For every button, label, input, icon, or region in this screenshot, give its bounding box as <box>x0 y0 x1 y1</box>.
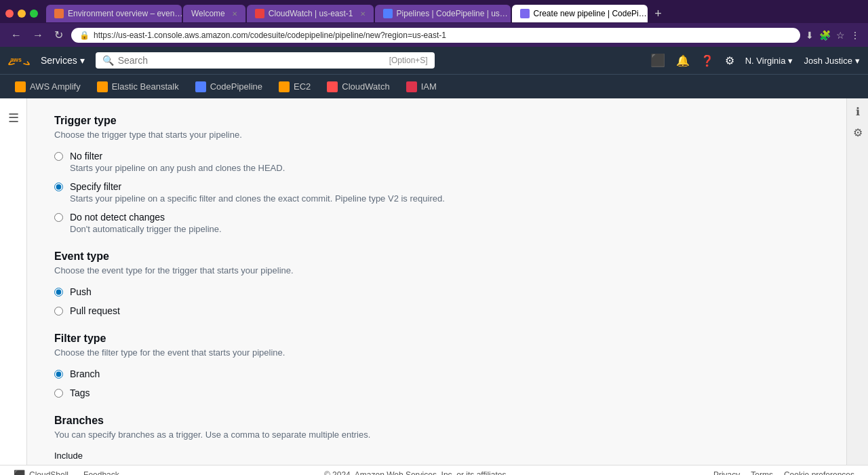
branch-radio[interactable] <box>54 370 63 379</box>
sidebar-item-elastic-beanstalk[interactable]: Elastic Beanstalk <box>90 77 186 96</box>
cookie-preferences-link[interactable]: Cookie preferences <box>784 470 854 476</box>
region-chevron-icon: ▾ <box>788 56 793 66</box>
tab-create-pipeline[interactable]: Create new pipeline | CodePi… ✕ <box>512 5 648 22</box>
forward-button[interactable]: → <box>30 28 46 43</box>
info-icon[interactable]: ℹ <box>856 105 860 118</box>
service-bar: AWS Amplify Elastic Beanstalk CodePipeli… <box>0 74 868 98</box>
branch-option: Branch <box>54 368 819 379</box>
tab-welcome[interactable]: Welcome ✕ <box>183 5 245 22</box>
new-tab-button[interactable]: + <box>649 4 668 23</box>
elastic-beanstalk-icon <box>97 81 108 92</box>
sidebar-toggle-button[interactable]: ☰ <box>3 105 24 131</box>
browser-chrome: Environment overview – even… ✕ Welcome ✕… <box>0 0 868 47</box>
tab-close-icon[interactable]: ✕ <box>360 10 366 18</box>
tab-pipelines[interactable]: Pipelines | CodePipeline | us… ✕ <box>375 5 511 22</box>
close-traffic-light[interactable] <box>5 10 14 18</box>
pull-request-label[interactable]: Pull request <box>70 305 120 316</box>
tab-label: CloudWatch | us-east-1 <box>269 9 353 18</box>
back-button[interactable]: ← <box>8 28 24 43</box>
tags-radio[interactable] <box>54 389 63 398</box>
sidebar-item-ec2[interactable]: EC2 <box>272 77 317 96</box>
push-option: Push <box>54 286 819 297</box>
sidebar-item-codepipeline[interactable]: CodePipeline <box>189 77 269 96</box>
push-radio[interactable] <box>54 288 63 297</box>
tab-label: Pipelines | CodePipeline | us… <box>397 9 508 18</box>
branches-section: Branches You can specify branches as a t… <box>54 415 819 465</box>
tags-option: Tags <box>54 387 819 398</box>
search-bar[interactable]: 🔍 [Option+S] <box>96 52 435 69</box>
search-hint: [Option+S] <box>389 56 428 65</box>
services-menu-button[interactable]: Services ▾ <box>41 55 85 66</box>
push-label[interactable]: Push <box>70 286 92 297</box>
aws-nav: aws Services ▾ 🔍 [Option+S] ⬛ 🔔 ❓ ⚙ N. V… <box>0 47 868 74</box>
svg-text:aws: aws <box>10 56 22 63</box>
pull-request-radio[interactable] <box>54 307 63 316</box>
footer-right: Privacy Terms Cookie preferences <box>713 470 854 476</box>
cloudshell-label[interactable]: CloudShell <box>29 470 68 476</box>
download-icon[interactable]: ⬇ <box>806 30 814 41</box>
url-bar[interactable]: 🔒 https://us-east-1.console.aws.amazon.c… <box>71 28 800 43</box>
feedback-label[interactable]: Feedback <box>83 470 119 476</box>
filter-type-section: Filter type Choose the filter type for t… <box>54 332 819 398</box>
bell-icon: 🔔 <box>676 54 690 67</box>
amplify-icon <box>15 81 26 92</box>
no-filter-radio[interactable] <box>54 152 63 161</box>
terminal-button[interactable]: ⬛ <box>650 53 665 68</box>
user-menu[interactable]: Josh Justice ▾ <box>804 56 860 66</box>
event-type-desc: Choose the event type for the trigger th… <box>54 265 819 276</box>
menu-icon[interactable]: ⋮ <box>850 30 860 41</box>
sidebar-item-iam[interactable]: IAM <box>399 77 443 96</box>
tab-environment-overview[interactable]: Environment overview – even… ✕ <box>46 5 182 22</box>
event-type-section: Event type Choose the event type for the… <box>54 250 819 316</box>
pull-request-option: Pull request <box>54 305 819 316</box>
url-text: https://us-east-1.console.aws.amazon.com… <box>94 31 792 40</box>
aws-logo[interactable]: aws <box>8 54 30 67</box>
do-not-detect-radio[interactable] <box>54 213 63 222</box>
bookmark-icon[interactable]: ☆ <box>836 30 845 41</box>
tags-label[interactable]: Tags <box>70 387 90 398</box>
specify-filter-radio[interactable] <box>54 183 63 191</box>
search-input[interactable] <box>118 55 385 66</box>
right-panel: ℹ ⚙ <box>846 98 868 465</box>
tab-favicon <box>383 9 393 18</box>
content-area: Trigger type Choose the trigger type tha… <box>27 98 846 465</box>
extensions-icon[interactable]: 🧩 <box>819 30 831 41</box>
help-button[interactable]: ❓ <box>701 54 714 67</box>
sidebar-item-amplify[interactable]: AWS Amplify <box>8 77 87 96</box>
tab-cloudwatch[interactable]: CloudWatch | us-east-1 ✕ <box>247 5 374 22</box>
services-label: Services <box>41 55 77 66</box>
reload-button[interactable]: ↻ <box>52 27 66 43</box>
settings-side-icon[interactable]: ⚙ <box>853 126 863 139</box>
iam-icon <box>406 81 417 92</box>
tab-bar: Environment overview – even… ✕ Welcome ✕… <box>0 0 868 23</box>
minimize-traffic-light[interactable] <box>18 10 26 18</box>
settings-button[interactable]: ⚙ <box>725 54 734 67</box>
branches-desc: You can specify branches as a trigger. U… <box>54 430 819 440</box>
tab-favicon <box>255 9 264 18</box>
region-selector[interactable]: N. Virginia ▾ <box>745 56 793 66</box>
branch-label[interactable]: Branch <box>70 368 100 379</box>
terminal-icon: ⬛ <box>650 53 665 68</box>
privacy-link[interactable]: Privacy <box>713 470 740 476</box>
specify-filter-label[interactable]: Specify filter <box>70 181 121 192</box>
tab-close-icon[interactable]: ✕ <box>232 10 237 18</box>
filter-type-desc: Choose the filter type for the event tha… <box>54 347 819 358</box>
filter-type-title: Filter type <box>54 332 819 345</box>
event-type-title: Event type <box>54 250 819 263</box>
tab-favicon <box>54 9 64 18</box>
do-not-detect-option: Do not detect changes Don't automaticall… <box>54 212 819 234</box>
tab-label: Environment overview – even… <box>68 9 182 18</box>
event-type-radio-group: Push Pull request <box>54 286 819 316</box>
user-name-label: Josh Justice <box>804 56 852 66</box>
sidebar-item-cloudwatch[interactable]: CloudWatch <box>320 77 396 96</box>
fullscreen-traffic-light[interactable] <box>30 10 38 18</box>
terms-link[interactable]: Terms <box>751 470 773 476</box>
trigger-type-desc: Choose the trigger type that starts your… <box>54 130 819 140</box>
lock-icon: 🔒 <box>79 31 90 40</box>
do-not-detect-label[interactable]: Do not detect changes <box>70 212 165 223</box>
notifications-button[interactable]: 🔔 <box>676 54 690 67</box>
no-filter-label[interactable]: No filter <box>70 151 102 162</box>
filter-type-radio-group: Branch Tags <box>54 368 819 398</box>
iam-label: IAM <box>421 81 437 92</box>
sidebar: ☰ <box>0 98 27 465</box>
